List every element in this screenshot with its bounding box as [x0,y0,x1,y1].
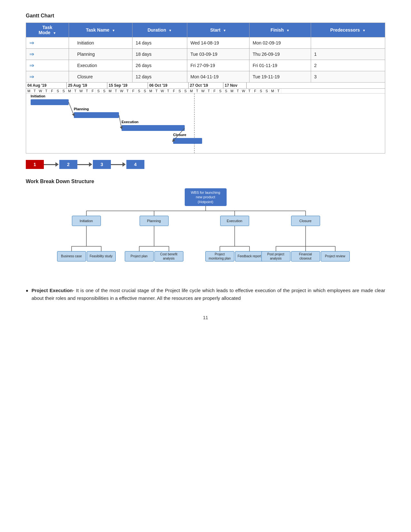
gantt-title: Gantt Chart [26,13,385,19]
gantt-row-0: ⇒ Initiation 14 days Wed 14-08-19 Mon 02… [26,37,385,49]
day-cell-43: T [276,89,281,93]
day-cell-29: T [194,89,200,93]
wbs-l1-3: Closure [291,216,320,226]
bullet-dot: • [26,287,28,302]
day-cell-34: S [223,89,229,93]
phase-line-1 [44,164,55,165]
month-cell-0: 04 Aug '19 [26,83,67,88]
day-cell-37: W [241,89,247,93]
day-cell-17: T [125,89,131,93]
phase-line-3 [111,164,122,165]
day-cell-39: F [252,89,258,93]
month-cell-3: 06 Oct '19 [148,83,189,88]
phase-line-2 [77,164,89,165]
day-cell-28: M [189,89,194,93]
pred-cell [311,37,385,49]
phase-box-3: 3 [93,160,111,169]
task-name-cell: Execution [69,60,132,71]
task-mode-cell: ⇒ [26,37,69,49]
month-cell-4: 27 Oct '19 [189,83,223,88]
day-cell-30: W [200,89,206,93]
bullet-dash: - [73,288,74,293]
month-cell-2: 15 Sep '19 [107,83,148,88]
day-cell-11: F [90,89,96,93]
day-cell-21: M [148,89,154,93]
task-mode-cell: ⇒ [26,49,69,60]
day-cell-36: T [235,89,241,93]
gantt-row-3: ⇒ Closure 12 days Mon 04-11-19 Tue 19-11… [26,71,385,83]
wbs-diagram: WBS for launchingnew product(Hotpoint) B… [54,188,357,277]
svg-text:Initiation: Initiation [31,94,45,98]
gantt-bars-svg: InitiationPlanningExecutionClosure [26,94,385,153]
col-duration: Duration ▼ [132,23,187,37]
wbs-l1-1: Planning [140,216,169,226]
phase-box-1: 1 [26,160,44,169]
svg-line-10 [69,102,74,115]
day-cell-35: M [229,89,235,93]
start-cell: Fri 27-09-19 [187,60,249,71]
day-cell-5: S [55,89,61,93]
bullet-bold-1: Project Execution [32,288,73,293]
svg-text:Execution: Execution [122,120,139,124]
finish-cell: Mon 02-09-19 [249,37,311,49]
finish-cell: Tue 19-11-19 [249,71,311,83]
wbs-body: Business caseFeasibility studyProject pl… [54,206,357,277]
svg-rect-6 [122,125,185,131]
phase-arrow-3 [122,162,126,167]
task-mode-icon: ⇒ [29,74,34,80]
col-task-name: Task Name ▼ [69,23,132,37]
month-cell-5: 17 Nov [223,83,247,88]
col-start: Start ▼ [187,23,249,37]
gantt-section: Gantt Chart TaskMode ▼ Task Name ▼ Durat… [26,13,385,169]
day-cell-4: F [49,89,55,93]
pred-cell: 1 [311,49,385,60]
task-name-cell: Initiation [69,37,132,49]
task-mode-cell: ⇒ [26,71,69,83]
wbs-l1-0: Initiation [72,216,101,226]
phase-flow: 1234 [26,160,385,169]
gantt-bars-area: InitiationPlanningExecutionClosure [26,94,385,153]
task-name-cell: Planning [69,49,132,60]
phase-box-4: 4 [126,160,144,169]
day-cell-8: T [73,89,78,93]
day-cell-38: T [247,89,252,93]
duration-cell: 18 days [132,49,187,60]
day-cell-15: T [113,89,119,93]
wbs-section: Work Break Down Structure WBS for launch… [26,179,385,277]
phase-arrow-1 [55,162,59,167]
day-cell-41: S [264,89,270,93]
gantt-table: TaskMode ▼ Task Name ▼ Duration ▼ Start … [26,23,385,83]
wbs-title: Work Break Down Structure [26,179,385,184]
page-number: 11 [26,315,385,320]
col-finish: Finish ▼ [249,23,311,37]
finish-cell: Thu 26-09-19 [249,49,311,60]
duration-cell: 12 days [132,71,187,83]
svg-rect-4 [74,112,119,118]
phase-arrow-2 [89,162,92,167]
bullet-text-1: Project Execution- It is one of the most… [32,287,385,302]
gantt-months: 04 Aug '1925 Aug '1915 Sep '1906 Oct '19… [26,83,385,89]
gantt-row-1: ⇒ Planning 18 days Tue 03-09-19 Thu 26-0… [26,49,385,60]
task-mode-icon: ⇒ [29,40,34,46]
bullet-item-1: • Project Execution- It is one of the mo… [26,287,385,302]
day-cell-23: W [160,89,165,93]
gantt-row-2: ⇒ Execution 26 days Fri 27-09-19 Fri 01-… [26,60,385,71]
gantt-chart-visual: 04 Aug '1925 Aug '1915 Sep '1906 Oct '19… [26,83,385,153]
day-cell-9: W [78,89,84,93]
day-cell-6: S [61,89,67,93]
day-cell-1: T [32,89,38,93]
gantt-days: MTWTFSSMTWTFSSMTWTFSSMTWTFSSMTWTFSSMTWTF… [26,89,385,94]
finish-cell: Fri 01-11-19 [249,60,311,71]
day-cell-3: T [44,89,49,93]
task-name-cell: Closure [69,71,132,83]
month-cell-1: 25 Aug '19 [67,83,107,88]
day-cell-19: S [136,89,142,93]
col-task-mode: TaskMode ▼ [26,23,69,37]
day-cell-22: T [154,89,160,93]
day-cell-7: M [67,89,73,93]
task-mode-icon: ⇒ [29,62,34,69]
start-cell: Mon 04-11-19 [187,71,249,83]
day-cell-32: F [212,89,218,93]
day-cell-2: W [38,89,44,93]
day-cell-33: S [218,89,223,93]
